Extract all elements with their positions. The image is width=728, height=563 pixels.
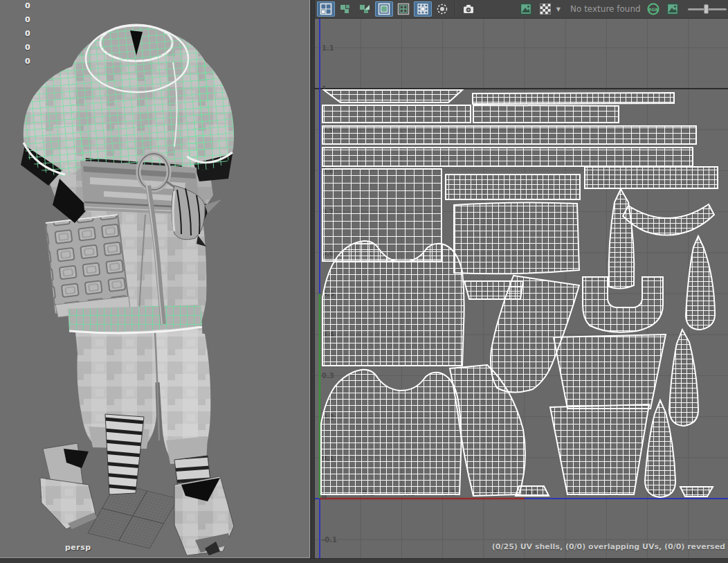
checker-map-button[interactable] xyxy=(536,1,554,17)
uv-blocks-icon xyxy=(340,5,349,13)
uv-shell[interactable] xyxy=(446,175,580,199)
uv-shells xyxy=(321,90,718,497)
uv-editor-toolbar: ▼ No texture found RGB xyxy=(315,0,728,19)
character-mesh[interactable] xyxy=(21,25,234,555)
display-grid-image-icon xyxy=(399,4,409,15)
uv-shell[interactable] xyxy=(322,241,464,366)
chevron-down-icon[interactable]: ▼ xyxy=(556,6,561,12)
uv-canvas[interactable]: 1.110.90.80.70.60.50.40.30.20.10-0.10.10… xyxy=(315,19,728,558)
uv-cut-sew-button[interactable] xyxy=(356,1,374,17)
uv-layout-blocks-button[interactable] xyxy=(336,1,354,17)
pixel-grid-icon xyxy=(418,4,428,14)
rgb-channels-button[interactable]: RGB xyxy=(644,1,662,17)
shade-uvs-button[interactable] xyxy=(433,1,451,17)
persp-viewport[interactable]: 00000 persp xyxy=(0,0,310,558)
hud-counter: 0 xyxy=(25,1,30,15)
window-bottom-strip xyxy=(0,558,728,563)
display-image-icon xyxy=(379,4,390,15)
uv-shell[interactable] xyxy=(550,404,649,494)
uv-space: 1.110.90.80.70.60.50.40.30.20.10-0.10.10… xyxy=(315,19,728,558)
hud-counter: 0 xyxy=(25,15,30,29)
uv-shell[interactable] xyxy=(324,90,462,102)
uv-shell[interactable] xyxy=(454,202,579,274)
uv-shell[interactable] xyxy=(473,105,619,123)
camera-name-label: persp xyxy=(65,543,91,552)
display-grid-image-button[interactable] xyxy=(394,1,412,17)
image-ratio-button[interactable] xyxy=(664,1,682,17)
image-dim-slider[interactable] xyxy=(688,3,727,15)
texture-name-label: No texture found xyxy=(570,4,637,14)
svg-text:1.1: 1.1 xyxy=(322,44,334,52)
uv-shell[interactable] xyxy=(321,370,462,494)
shade-uvs-icon xyxy=(438,5,447,14)
uv-shell[interactable] xyxy=(322,148,693,166)
checker-map-icon xyxy=(540,4,550,15)
uv-snapshot-button[interactable] xyxy=(459,1,477,17)
uv-shell[interactable] xyxy=(680,487,713,497)
character-model xyxy=(0,0,310,558)
maya-uv-editing-workspace: 00000 persp xyxy=(0,0,728,563)
hud-counter: 0 xyxy=(25,57,30,71)
svg-text:0.3: 0.3 xyxy=(322,372,334,379)
uv-blocks-cut-icon xyxy=(360,5,370,13)
uv-shell[interactable] xyxy=(322,105,471,123)
uv-shell[interactable] xyxy=(585,167,718,188)
uv-tiles-icon xyxy=(321,4,331,15)
svg-text:RGB: RGB xyxy=(648,7,659,12)
hip-armor-plate xyxy=(46,215,130,317)
uv-shell[interactable] xyxy=(516,486,549,496)
hud-counter: 0 xyxy=(25,29,30,43)
hud-counter: 0 xyxy=(25,43,30,57)
skirt-green-trim xyxy=(68,305,202,333)
uv-shell[interactable] xyxy=(322,169,442,261)
pixel-snap-button[interactable] xyxy=(414,1,432,17)
uv-snapshot-icon xyxy=(464,5,473,13)
texture-image-icon xyxy=(520,4,531,15)
heads-up-display-counters: 00000 xyxy=(25,1,30,71)
uv-shell[interactable] xyxy=(554,334,666,409)
display-image-button[interactable] xyxy=(375,1,393,17)
svg-text:-0.1: -0.1 xyxy=(322,536,337,544)
uv-editor-panel: ▼ No texture found RGB xyxy=(315,0,728,563)
toolbar-separator xyxy=(455,2,456,16)
uv-tiles-button[interactable] xyxy=(317,1,335,17)
uv-shell[interactable] xyxy=(322,126,696,144)
uv-shell[interactable] xyxy=(473,93,674,104)
texture-image-button[interactable] xyxy=(517,1,535,17)
rgb-channels-icon: RGB xyxy=(648,4,659,15)
slider-handle[interactable] xyxy=(704,4,709,14)
image-ratio-icon xyxy=(668,4,678,15)
uv-statistics-status: (0/25) UV shells, (0/0) overlapping UVs,… xyxy=(492,542,725,551)
